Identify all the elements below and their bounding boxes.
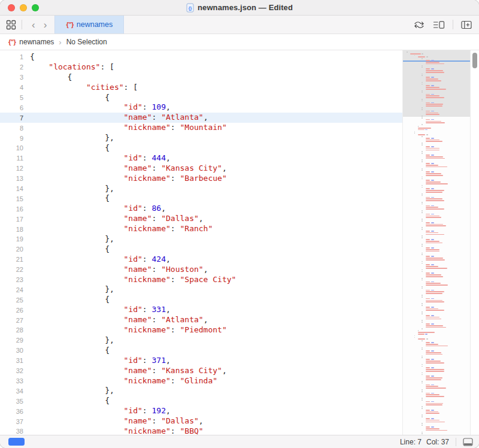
code-line[interactable]: 35 {: [0, 396, 402, 406]
line-number[interactable]: 37: [0, 418, 23, 425]
code-line[interactable]: 32 "name": "Kansas City",: [0, 366, 402, 376]
code-line[interactable]: 22 "name": "Houston",: [0, 265, 402, 275]
line-number[interactable]: 10: [0, 144, 23, 152]
line-number[interactable]: 9: [0, 135, 23, 142]
line-number[interactable]: 13: [0, 175, 23, 182]
code-line[interactable]: 17 "name": "Dallas",: [0, 214, 402, 224]
code-line[interactable]: 28 "nickname": "Piedmont": [0, 325, 402, 335]
code-line[interactable]: 20 {: [0, 244, 402, 255]
code-line[interactable]: 36 "id": 192,: [0, 406, 402, 416]
line-number[interactable]: 6: [0, 104, 23, 111]
breadcrumb-file[interactable]: newnames: [19, 38, 54, 46]
line-number[interactable]: 1: [0, 53, 23, 60]
source-code[interactable]: 1{2 "locations": [3 {4 "cities": [5 {6 "…: [0, 50, 402, 435]
add-editor-icon[interactable]: [461, 20, 472, 29]
line-number[interactable]: 8: [0, 125, 23, 132]
code-line[interactable]: 3 {: [0, 72, 402, 83]
line-number[interactable]: 21: [0, 256, 23, 263]
minimap-line: [426, 350, 431, 352]
bottom-bar-icon[interactable]: [463, 438, 473, 446]
code-line[interactable]: 7 "name": "Atlanta",: [0, 113, 402, 123]
code-line[interactable]: 23 "nickname": "Space City": [0, 275, 402, 285]
code-line[interactable]: 11 "id": 444,: [0, 153, 402, 164]
code-line[interactable]: 38 "nickname": "BBQ": [0, 426, 402, 435]
code-line[interactable]: 21 "id": 424,: [0, 255, 402, 265]
breadcrumb-selection[interactable]: No Selection: [66, 38, 107, 46]
code-line[interactable]: 19 },: [0, 234, 402, 244]
json-file-icon: {"}: [8, 38, 16, 46]
zoom-window-button[interactable]: [32, 4, 39, 11]
line-number[interactable]: 5: [0, 94, 23, 101]
minimap-line: [425, 129, 427, 131]
code-line[interactable]: 15 {: [0, 193, 402, 204]
line-number[interactable]: 11: [0, 155, 23, 162]
line-number[interactable]: 25: [0, 296, 23, 304]
code-line[interactable]: 33 "nickname": "Glinda": [0, 376, 402, 386]
code-line[interactable]: 31 "id": 371,: [0, 356, 402, 366]
line-number[interactable]: 30: [0, 347, 23, 354]
line-number[interactable]: 16: [0, 205, 23, 213]
code-line[interactable]: 37 "name": "Dallas",: [0, 416, 402, 426]
line-number[interactable]: 12: [0, 165, 23, 172]
minimap-line: [422, 270, 423, 271]
line-number[interactable]: 19: [0, 235, 23, 243]
line-number[interactable]: 22: [0, 266, 23, 273]
line-number[interactable]: 18: [0, 226, 23, 233]
line-number[interactable]: 17: [0, 216, 23, 223]
code-line[interactable]: 14 },: [0, 184, 402, 194]
tab-newnames[interactable]: {"} newnames: [54, 16, 124, 34]
line-number[interactable]: 15: [0, 195, 23, 202]
code-line[interactable]: 24 },: [0, 284, 402, 295]
back-chevron-icon[interactable]: ‹: [28, 20, 40, 30]
code-line[interactable]: 10 {: [0, 143, 402, 153]
status-blue-indicator[interactable]: [8, 438, 25, 446]
line-number[interactable]: 14: [0, 185, 23, 192]
code-line[interactable]: 6 "id": 109,: [0, 102, 402, 113]
forward-chevron-icon[interactable]: ›: [40, 20, 51, 30]
line-number[interactable]: 26: [0, 307, 23, 314]
line-number[interactable]: 3: [0, 74, 23, 81]
line-number[interactable]: 34: [0, 388, 23, 395]
related-items-swap-icon[interactable]: [413, 20, 425, 29]
line-number[interactable]: 23: [0, 276, 23, 283]
code-line[interactable]: 5 {: [0, 93, 402, 103]
scrollbar[interactable]: [471, 50, 479, 435]
code-line[interactable]: 8 "nickname": "Mountain": [0, 123, 402, 133]
code-line[interactable]: 30 {: [0, 346, 402, 356]
code-line[interactable]: 27 "name": "Atlanta",: [0, 315, 402, 325]
code-line[interactable]: 12 "name": "Kansas City",: [0, 164, 402, 174]
code-line[interactable]: 18 "nickname": "Ranch": [0, 224, 402, 234]
code-line[interactable]: 25 {: [0, 295, 402, 305]
line-number[interactable]: 36: [0, 408, 23, 415]
line-number[interactable]: 7: [0, 114, 23, 122]
code-line[interactable]: 16 "id": 86,: [0, 204, 402, 214]
tab-overview-icon[interactable]: [6, 20, 16, 30]
code-line[interactable]: 34 },: [0, 386, 402, 396]
close-window-button[interactable]: [8, 4, 15, 11]
line-number[interactable]: 35: [0, 398, 23, 405]
code-line[interactable]: 1{: [0, 52, 402, 62]
minimap[interactable]: [402, 50, 471, 435]
line-number[interactable]: 31: [0, 357, 23, 364]
minimize-window-button[interactable]: [20, 4, 27, 11]
code-line[interactable]: 9 },: [0, 133, 402, 143]
line-number[interactable]: 20: [0, 246, 23, 253]
line-number[interactable]: 2: [0, 63, 23, 71]
editor-options-icon[interactable]: [433, 20, 445, 29]
line-number[interactable]: 4: [0, 84, 23, 91]
code-text: "id": 86,: [23, 204, 166, 214]
code-line[interactable]: 26 "id": 331,: [0, 305, 402, 315]
line-number[interactable]: 27: [0, 317, 23, 324]
line-number[interactable]: 32: [0, 367, 23, 374]
line-number[interactable]: 33: [0, 377, 23, 385]
line-number[interactable]: 24: [0, 286, 23, 293]
line-number[interactable]: 28: [0, 326, 23, 334]
line-number[interactable]: 38: [0, 428, 23, 435]
code-line[interactable]: 2 "locations": [: [0, 62, 402, 72]
code-line[interactable]: 4 "cities": [: [0, 83, 402, 93]
code-line[interactable]: 13 "nickname": "Barbecue": [0, 174, 402, 184]
line-number[interactable]: 29: [0, 337, 23, 344]
scrollbar-thumb[interactable]: [472, 53, 477, 68]
code-line[interactable]: 29 },: [0, 335, 402, 346]
document-proxy-icon[interactable]: {}: [186, 3, 194, 13]
